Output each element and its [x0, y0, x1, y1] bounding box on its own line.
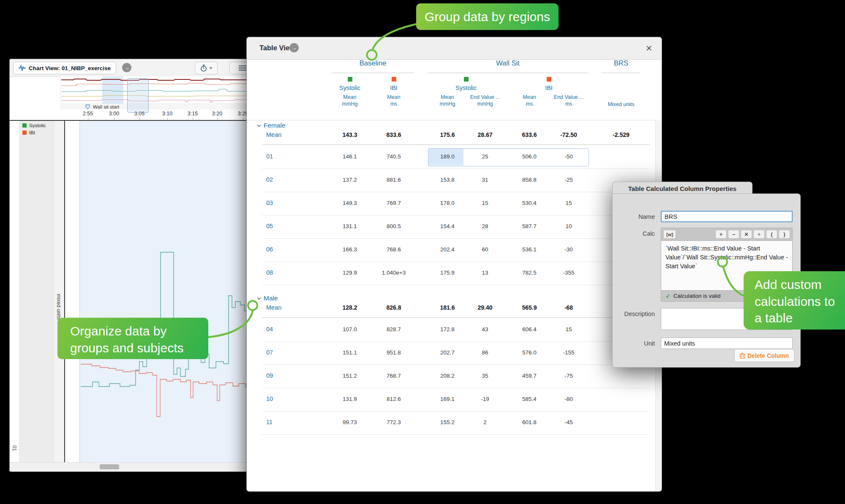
- cell-value[interactable]: 506.0: [508, 153, 551, 160]
- overview-selection-rect[interactable]: [127, 78, 149, 113]
- cell-value[interactable]: 772.3: [373, 419, 415, 425]
- cell-value[interactable]: -75: [548, 373, 590, 379]
- cell-value[interactable]: 769.7: [373, 200, 415, 206]
- cell-value[interactable]: 202.4: [426, 246, 469, 253]
- section-header-female[interactable]: Female: [257, 120, 286, 131]
- cell-value[interactable]: -80: [548, 396, 590, 402]
- insert-variable-button[interactable]: [w]: [663, 230, 676, 239]
- chart-menu-button[interactable]: [229, 62, 248, 74]
- table-row[interactable]: 04107.0828.7172.843606.415: [247, 318, 662, 341]
- cell-value[interactable]: 587.7: [508, 223, 551, 229]
- cell-value[interactable]: 585.4: [508, 396, 551, 402]
- cell-value[interactable]: 137.2: [329, 177, 371, 183]
- cell-value[interactable]: -50: [548, 153, 590, 160]
- legend-item[interactable]: IBI: [22, 130, 53, 135]
- time-mode-button[interactable]: [195, 62, 218, 74]
- cell-value[interactable]: 86: [464, 349, 506, 356]
- subject-id[interactable]: 11: [266, 419, 273, 425]
- cell-value[interactable]: 172.8: [426, 326, 469, 332]
- close-paren-button[interactable]: ): [779, 230, 790, 239]
- delete-column-button[interactable]: Delete Column: [734, 349, 794, 362]
- chevron-down-icon[interactable]: [257, 297, 261, 300]
- cell-value[interactable]: -45: [548, 419, 590, 425]
- chart-view-tab[interactable]: Chart View: 01_NIBP_exercise: [13, 62, 116, 74]
- cell-value[interactable]: 107.0: [329, 326, 371, 332]
- cell-value[interactable]: 740.5: [373, 153, 415, 160]
- cell-value[interactable]: 828.7: [373, 326, 415, 332]
- cell-value[interactable]: 536.1: [508, 246, 551, 253]
- subject-id[interactable]: 03: [266, 199, 273, 206]
- table-row[interactable]: 09151.2768.7208.235459.7-75: [247, 365, 662, 388]
- cell-value[interactable]: 149.3: [329, 200, 371, 206]
- cell-value[interactable]: 15: [548, 326, 590, 332]
- subject-id[interactable]: 09: [266, 372, 273, 379]
- cell-value[interactable]: 530.4: [508, 200, 551, 206]
- cell-value[interactable]: 881.6: [373, 177, 415, 183]
- cell-value[interactable]: 169.1: [426, 396, 469, 402]
- cell-value[interactable]: 131.1: [329, 223, 371, 229]
- chevron-down-icon[interactable]: [257, 124, 261, 127]
- cell-value[interactable]: 800.5: [373, 223, 415, 229]
- open-paren-button[interactable]: (: [766, 230, 777, 239]
- subject-id[interactable]: 08: [266, 269, 273, 276]
- subject-id[interactable]: 04: [266, 326, 273, 332]
- cell-value[interactable]: 606.4: [508, 326, 551, 332]
- cell-value[interactable]: 208.2: [426, 373, 469, 379]
- subject-id[interactable]: 05: [266, 223, 273, 229]
- cell-value[interactable]: 25: [464, 153, 506, 160]
- table-row[interactable]: 02137.2881.6153.831858.8-25: [247, 169, 662, 192]
- cell-value[interactable]: 151.1: [329, 349, 371, 356]
- cell-value[interactable]: 131.9: [329, 396, 371, 402]
- cell-value[interactable]: 35: [464, 373, 506, 379]
- name-input[interactable]: [661, 211, 793, 222]
- unit-input[interactable]: [661, 338, 793, 349]
- table-row[interactable]: 1199.73772.3155.22601.8-45: [247, 411, 662, 434]
- cell-value[interactable]: 768.7: [373, 373, 415, 379]
- cell-value[interactable]: 576.0: [508, 349, 551, 356]
- cell-value[interactable]: 10: [548, 223, 590, 229]
- cell-value[interactable]: 146.1: [329, 153, 371, 160]
- subject-id[interactable]: 02: [266, 176, 273, 183]
- cell-value[interactable]: -30: [548, 246, 590, 253]
- cell-value[interactable]: 15: [464, 200, 506, 206]
- cell-value[interactable]: -155: [548, 349, 590, 356]
- multiply-button[interactable]: ✕: [741, 230, 752, 239]
- legend-item[interactable]: Systolic: [22, 123, 53, 128]
- cell-value[interactable]: 812.6: [373, 396, 415, 402]
- cell-value[interactable]: 858.8: [508, 177, 551, 183]
- table-row[interactable]: 01146.1740.5189.025506.0-50: [247, 145, 662, 169]
- cell-value[interactable]: 601.8: [508, 419, 551, 425]
- horizontal-scrollbar[interactable]: [10, 462, 248, 471]
- cell-value[interactable]: 43: [464, 326, 506, 332]
- cell-value[interactable]: 60: [464, 246, 506, 253]
- plus-button[interactable]: +: [715, 230, 727, 239]
- cell-value[interactable]: 151.2: [329, 373, 371, 379]
- cell-value[interactable]: 782.5: [508, 270, 551, 276]
- cell-value[interactable]: 175.9: [426, 270, 469, 276]
- cell-value[interactable]: 2: [464, 419, 506, 425]
- cell-value[interactable]: 31: [464, 177, 506, 183]
- cell-value[interactable]: 1.040e+3: [373, 270, 415, 276]
- table-row[interactable]: 07151.1951.8202.786576.0-155: [247, 341, 662, 365]
- plot-area[interactable]: [79, 121, 248, 463]
- detach-arrow-button[interactable]: →: [122, 63, 131, 72]
- cell-value[interactable]: 951.8: [373, 349, 415, 356]
- cell-value[interactable]: 189.0: [426, 153, 469, 160]
- cell-value[interactable]: 178.0: [426, 200, 469, 206]
- cell-value[interactable]: 28: [464, 223, 506, 229]
- cell-value[interactable]: 129.9: [329, 270, 371, 276]
- chart-overview-strip[interactable]: [60, 76, 248, 104]
- cell-value[interactable]: 768.6: [373, 246, 415, 253]
- subject-id[interactable]: 01: [266, 153, 273, 160]
- cell-value[interactable]: 166.3: [329, 246, 371, 253]
- cell-value[interactable]: 13: [464, 270, 506, 276]
- subject-id[interactable]: 10: [266, 395, 273, 402]
- scrollbar-thumb[interactable]: [100, 464, 119, 469]
- cell-value[interactable]: 99.73: [329, 419, 371, 425]
- cell-value[interactable]: 459.7: [508, 373, 551, 379]
- cell-value[interactable]: -19: [464, 396, 506, 402]
- subject-id[interactable]: 07: [266, 349, 273, 356]
- cell-value[interactable]: 202.7: [426, 349, 469, 356]
- cell-value[interactable]: 153.8: [426, 177, 469, 183]
- cell-value[interactable]: -355: [548, 270, 590, 276]
